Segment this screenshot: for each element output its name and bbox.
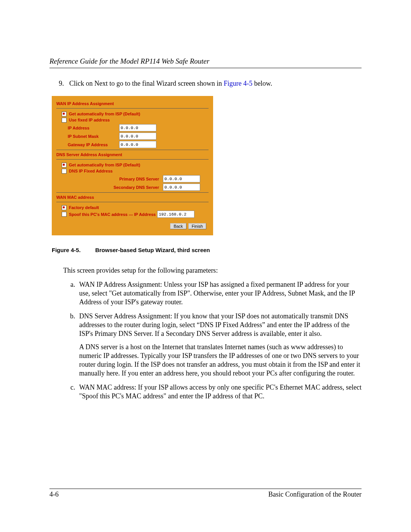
finish-button[interactable]: Finish bbox=[188, 223, 206, 229]
figure-caption-text: Browser-based Setup Wizard, third screen bbox=[95, 247, 210, 253]
list-item-c: WAN MAC address: If your ISP allows acce… bbox=[77, 383, 362, 401]
subnet-mask-label: IP Subnet Mask bbox=[68, 134, 119, 139]
dns-section-title: DNS Server Address Assignment bbox=[56, 152, 209, 157]
footer-page-number: 4-6 bbox=[49, 490, 59, 498]
mac-spoof-ip-input[interactable] bbox=[157, 211, 194, 218]
radio-unselected-icon bbox=[62, 212, 67, 217]
item-b-text-2: A DNS server is a host on the Internet t… bbox=[79, 343, 362, 378]
step-text-after: below. bbox=[252, 80, 272, 87]
radio-selected-icon bbox=[62, 205, 67, 210]
setup-wizard-screenshot: WAN IP Address Assignment Get automatica… bbox=[52, 96, 213, 235]
mac-factory-option[interactable]: Factory default bbox=[62, 204, 209, 211]
dns-auto-label: Get automatically from ISP (Default) bbox=[69, 162, 140, 168]
item-a-text: WAN IP Address Assignment: Unless your I… bbox=[79, 281, 355, 306]
secondary-dns-input[interactable] bbox=[163, 184, 200, 191]
list-item-a: WAN IP Address Assignment: Unless your I… bbox=[77, 280, 362, 307]
wan-ip-fixed-option[interactable]: Use fixed IP address bbox=[62, 117, 209, 123]
page-header-title: Reference Guide for the Model RP114 Web … bbox=[49, 57, 362, 68]
radio-unselected-icon bbox=[62, 118, 67, 123]
mac-spoof-label: Spoof this PC's MAC address --- IP Addre… bbox=[69, 211, 156, 217]
ip-address-label: IP Address bbox=[68, 126, 119, 130]
mac-spoof-option[interactable]: Spoof this PC's MAC address --- IP Addre… bbox=[62, 211, 209, 218]
step-text: Click on Next to go to the final Wizard … bbox=[69, 80, 362, 88]
wan-ip-section-title: WAN IP Address Assignment bbox=[56, 101, 209, 106]
primary-dns-label: Primary DNS Server bbox=[68, 177, 163, 181]
wan-ip-fixed-label: Use fixed IP address bbox=[69, 117, 110, 123]
item-b-text-1: DNS Server Address Assignment: If you kn… bbox=[79, 312, 350, 337]
radio-selected-icon bbox=[62, 112, 67, 117]
divider bbox=[56, 159, 209, 160]
wan-ip-auto-option[interactable]: Get automatically from ISP (Default) bbox=[62, 111, 209, 117]
wan-ip-auto-label: Get automatically from ISP (Default) bbox=[69, 111, 140, 117]
divider bbox=[56, 192, 209, 193]
figure-reference-link[interactable]: Figure 4-5 bbox=[224, 80, 253, 87]
subnet-mask-input[interactable] bbox=[119, 133, 156, 140]
radio-unselected-icon bbox=[62, 169, 67, 174]
list-item-b: DNS Server Address Assignment: If you kn… bbox=[77, 312, 362, 378]
dns-auto-option[interactable]: Get automatically from ISP (Default) bbox=[62, 162, 209, 168]
dns-fixed-label: DNS IP Fixed Address bbox=[69, 168, 113, 174]
footer-section-title: Basic Configuration of the Router bbox=[268, 490, 362, 498]
gateway-ip-label: Gateway IP Address bbox=[68, 142, 119, 147]
radio-selected-icon bbox=[62, 163, 67, 168]
divider bbox=[56, 108, 209, 109]
wan-mac-section-title: WAN MAC address bbox=[56, 195, 209, 200]
primary-dns-input[interactable] bbox=[163, 175, 200, 182]
dns-fixed-option[interactable]: DNS IP Fixed Address bbox=[62, 168, 209, 174]
item-c-text: WAN MAC address: If your ISP allows acce… bbox=[79, 383, 362, 400]
back-button[interactable]: Back bbox=[170, 223, 186, 229]
gateway-ip-input[interactable] bbox=[119, 141, 156, 148]
intro-paragraph: This screen provides setup for the follo… bbox=[63, 266, 362, 275]
step-number: 9. bbox=[49, 80, 69, 88]
ip-address-input[interactable] bbox=[119, 124, 156, 131]
parameter-list: WAN IP Address Assignment: Unless your I… bbox=[63, 280, 362, 401]
mac-factory-label: Factory default bbox=[69, 204, 99, 211]
step-9: 9. Click on Next to go to the final Wiza… bbox=[49, 80, 362, 88]
step-text-before: Click on Next to go to the final Wizard … bbox=[69, 80, 224, 87]
divider bbox=[56, 202, 209, 202]
secondary-dns-label: Secondary DNS Server bbox=[68, 185, 163, 190]
figure-number: Figure 4-5. bbox=[52, 247, 94, 253]
figure-caption: Figure 4-5. Browser-based Setup Wizard, … bbox=[52, 247, 362, 253]
divider bbox=[56, 150, 209, 150]
